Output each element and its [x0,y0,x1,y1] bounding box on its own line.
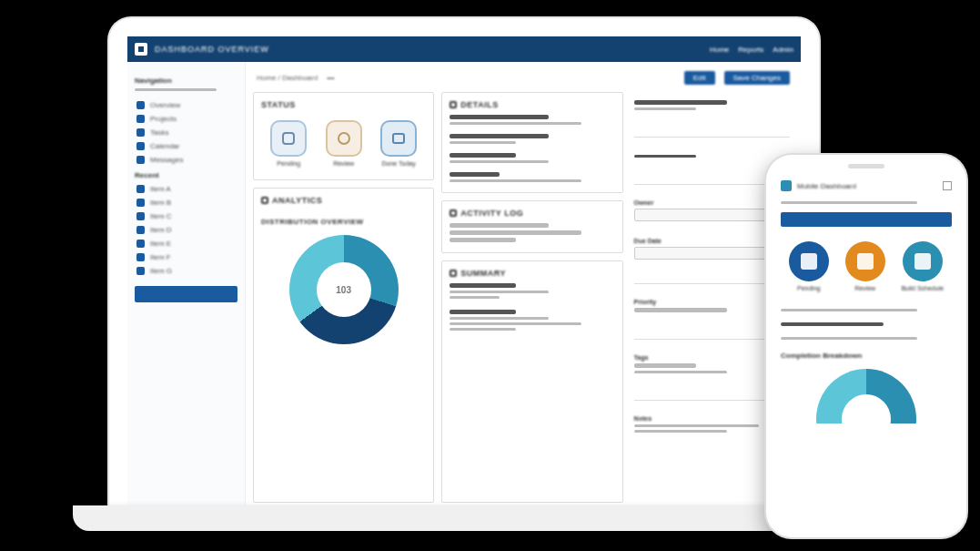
sidebar-item-label: Item F [150,253,171,261]
card-title: ANALYTICS [261,196,426,205]
donut-graphic [289,235,399,344]
phone-status-item[interactable]: Review [845,241,885,291]
phone-primary-button[interactable] [781,212,952,227]
square-icon [136,253,145,261]
phone-status-item[interactable]: Build Schedule [901,241,944,291]
sidebar: Navigation Overview Projects Tasks Calen… [127,62,246,510]
square-icon [136,240,145,248]
square-icon [136,185,145,193]
text-line [450,291,549,293]
square-icon [136,101,145,109]
card-title: STATUS [261,100,426,109]
sidebar-item[interactable]: Projects [135,113,237,125]
text-line [450,238,516,242]
status-item[interactable]: Done Today [380,120,417,167]
status-icon [270,120,307,157]
laptop-frame: DASHBOARD OVERVIEW Home Reports Admin Na… [109,18,819,510]
text-line [781,322,884,326]
text-line [634,424,759,427]
status-row: Pending Review Done Today [261,115,426,172]
status-circle-icon [789,241,829,281]
square-icon [136,199,145,207]
phone-menu-icon[interactable] [943,181,952,190]
divider [634,137,790,138]
sidebar-item[interactable]: Calendar [135,140,237,152]
sidebar-cta-button[interactable] [135,286,237,302]
breadcrumb[interactable]: Home / Dashboard [257,74,318,82]
summary-card: SUMMARY [441,260,622,503]
text-line [634,107,697,110]
nav-link-reports[interactable]: Reports [738,46,763,54]
sidebar-item-label: Overview [150,101,180,109]
status-item[interactable]: Pending [270,120,307,167]
field-group [634,97,790,113]
card-title: SUMMARY [450,269,614,278]
svg-rect-3 [393,134,404,143]
square-icon [136,226,145,234]
sidebar-item[interactable]: Messages [135,154,237,166]
sidebar-item[interactable]: Item D [135,224,237,236]
phone-status-row: Pending Review Build Schedule [781,232,952,301]
sidebar-item[interactable]: Item A [135,183,237,195]
text-line [450,141,516,144]
text-line [450,134,549,138]
toolbar-option[interactable]: ••• [327,74,334,82]
sidebar-item[interactable]: Tasks [135,127,237,138]
square-icon [136,142,145,150]
sidebar-item-label: Item A [150,185,171,193]
phone-speaker [848,164,884,168]
sidebar-item[interactable]: Item F [135,251,237,263]
app-logo-icon[interactable] [135,43,147,56]
sidebar-item-label: Item D [150,226,172,234]
sidebar-item-label: Calendar [150,142,179,150]
square-icon [136,267,145,275]
svg-rect-1 [283,133,294,144]
sidebar-heading-1: Navigation [135,77,237,85]
save-button[interactable]: Save Changes [724,71,790,85]
nav-link-admin[interactable]: Admin [773,46,793,54]
app-title: DASHBOARD OVERVIEW [155,45,702,54]
status-icon [380,120,417,157]
square-icon [136,128,145,137]
edit-button[interactable]: Edit [684,71,715,85]
card-title: ACTIVITY LOG [450,209,614,218]
text-line [634,155,697,158]
sidebar-item[interactable]: Item E [135,238,237,250]
phone-status-item[interactable]: Pending [789,241,829,291]
nav-link-home[interactable]: Home [710,46,729,54]
svg-rect-0 [138,46,144,52]
status-circle-icon [845,241,885,281]
text-line [634,430,728,433]
sidebar-item[interactable]: Item C [135,210,237,222]
text-line [634,371,728,373]
screen: DASHBOARD OVERVIEW Home Reports Admin Na… [127,36,801,510]
sidebar-item[interactable]: Item G [135,265,237,277]
sidebar-item-label: Messages [150,156,183,164]
status-circle-icon [903,241,943,281]
phone-donut-graphic [816,369,916,423]
phone-header: Mobile Dashboard [781,179,952,193]
page-toolbar: Home / Dashboard ••• Edit Save Changes [253,69,793,87]
text-line [450,160,549,163]
topbar-nav: Home Reports Admin [710,46,793,54]
laptop-base [73,505,855,531]
col-2: DETAILS [441,92,622,503]
status-icon [326,120,362,157]
phone-logo-icon[interactable] [781,180,792,191]
text-line [450,153,516,158]
text-line [634,363,697,368]
status-label: Review [333,160,354,167]
status-card: STATUS Pending Review [253,92,434,180]
phone-title: Mobile Dashboard [797,182,937,190]
phone-donut-chart [781,369,952,423]
sidebar-item[interactable]: Overview [135,99,237,111]
text-line [450,223,549,228]
status-item[interactable]: Review [326,120,362,167]
main-area: Home / Dashboard ••• Edit Save Changes S… [246,62,801,510]
sidebar-item[interactable]: Item B [135,197,237,209]
text-line [450,328,516,331]
square-icon [136,156,145,164]
sidebar-item-label: Item C [150,212,172,220]
phone-status-label: Pending [797,285,821,291]
dashboard-grid: STATUS Pending Review [253,92,793,503]
